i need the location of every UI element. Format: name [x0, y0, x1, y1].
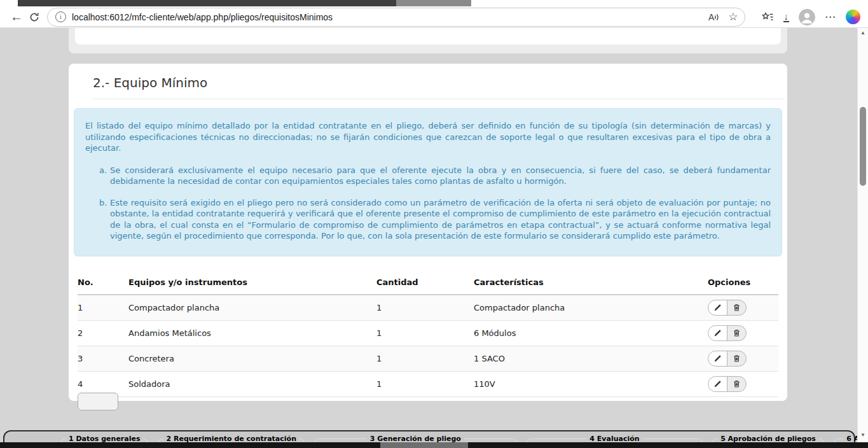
cell-cantidad: 1: [376, 354, 474, 363]
cell-equipo: Soldadora: [128, 379, 376, 389]
info-item-b-text: Este requisito será exigido en el pliego…: [110, 197, 771, 242]
row-actions: [708, 325, 747, 341]
collections-glyph: [761, 11, 774, 23]
vertical-scrollbar[interactable]: ▲ ▼: [857, 28, 868, 442]
avatar-glyph: [799, 9, 815, 25]
cell-equipo: Compactador plancha: [128, 303, 376, 312]
previous-section-card-cutoff: [69, 28, 787, 53]
cell-no: 4: [78, 379, 128, 389]
cutoff-button[interactable]: [78, 393, 118, 410]
step-legend: 3 Generación de pliego: [367, 435, 464, 443]
delete-button[interactable]: [727, 376, 747, 392]
equipment-table: No. Equipos y/o instrumentos Cantidad Ca…: [78, 272, 778, 397]
step-legend: 2 Requerimiento de contratación: [163, 435, 299, 443]
previous-section-inner-box: [75, 28, 781, 45]
cell-no: 1: [78, 303, 128, 312]
edit-button[interactable]: [708, 376, 727, 392]
edit-button[interactable]: [708, 351, 727, 367]
header-equipos: Equipos y/o instrumentos: [128, 277, 376, 287]
cell-equipo: Concretera: [128, 354, 376, 363]
cell-opciones: [703, 376, 778, 392]
read-aloud-icon[interactable]: A: [708, 12, 719, 22]
cell-cantidad: 1: [376, 303, 474, 312]
info-list: a. Se considerará exclusivamente el equi…: [99, 165, 771, 242]
table-row: 4 Soldadora 1 110V: [78, 372, 778, 397]
equipo-minimo-card: 2.- Equipo Mínimo El listado del equipo …: [69, 64, 787, 401]
step-legend: 5 Aprobación de pliegos: [717, 435, 819, 443]
step-group-generacion-pliego: 3 Generación de pliego Condiciones parti…: [314, 435, 517, 443]
cell-opciones: [703, 351, 778, 367]
back-icon[interactable]: ←: [8, 8, 25, 26]
site-info-icon[interactable]: i: [55, 11, 66, 22]
pencil-icon: [713, 380, 722, 388]
delete-button[interactable]: [727, 300, 747, 316]
address-bar[interactable]: i localhost:6012/mfc-cliente/web/app.php…: [47, 8, 745, 27]
info-item-b-marker: b.: [99, 197, 110, 242]
collections-icon[interactable]: [761, 11, 774, 23]
pencil-icon: [713, 304, 722, 312]
row-actions: [708, 376, 747, 392]
pencil-icon: [713, 329, 722, 337]
trash-icon: [733, 304, 741, 312]
info-intro: El listado del equipo mínimo detallado p…: [85, 120, 771, 154]
row-actions: [708, 300, 747, 316]
step-legend: 4 Evaluación: [586, 435, 642, 443]
browser-window: ← i localhost:6012/mfc-cliente/web/app.p…: [0, 0, 868, 448]
taskbar-segment: [380, 442, 468, 448]
header-cantidad: Cantidad: [376, 277, 474, 287]
info-item-b: b. Este requisito será exigido en el pli…: [99, 197, 771, 242]
delete-button[interactable]: [727, 351, 747, 367]
cell-no: 3: [78, 354, 128, 363]
step-legend: 1 Datos generales: [65, 435, 143, 443]
edit-button[interactable]: [708, 300, 727, 316]
copilot-logo: [846, 10, 860, 24]
favorite-star-icon[interactable]: ☆: [728, 10, 738, 24]
edit-button[interactable]: [708, 325, 727, 341]
download-icon[interactable]: ↓: [783, 12, 790, 22]
scrollbar-thumb[interactable]: [860, 107, 866, 186]
cell-cantidad: 1: [376, 379, 474, 389]
tab-strip: [0, 0, 868, 6]
copilot-icon[interactable]: [846, 10, 860, 24]
delete-button[interactable]: [727, 325, 747, 341]
refresh-icon[interactable]: [25, 8, 43, 26]
active-tab-edge[interactable]: [396, 0, 471, 6]
taskbar-edge: [0, 442, 868, 448]
row-actions: [708, 351, 747, 367]
url-text[interactable]: localhost:6012/mfc-cliente/web/app.php/p…: [72, 12, 699, 22]
section-title: 2.- Equipo Mínimo: [93, 75, 785, 99]
read-aloud-waves: [714, 13, 719, 22]
trash-icon: [733, 329, 741, 337]
table-row: 1 Compactador plancha 1 Compactador plan…: [78, 295, 778, 321]
header-caracteristicas: Características: [474, 277, 703, 287]
header-opciones: Opciones: [703, 277, 778, 287]
page-background: 2.- Equipo Mínimo El listado del equipo …: [0, 28, 868, 442]
cell-opciones: [703, 325, 778, 341]
scroll-up-icon[interactable]: ▲: [858, 30, 868, 36]
info-item-a: a. Se considerará exclusivamente el equi…: [99, 165, 771, 187]
cell-no: 2: [78, 328, 128, 338]
step-group-datos-generales: 1 Datos generales Datos: [60, 435, 148, 443]
step-group-aprobacion: 5 Aprobación de pliegos Validación: [712, 435, 824, 443]
info-item-a-text: Se considerará exclusivamente el equipo …: [110, 165, 771, 187]
tab-strip-dark-segment[interactable]: [18, 0, 396, 6]
refresh-glyph: [29, 11, 40, 23]
step-group-requerimiento: 2 Requerimiento de contratación Presupue…: [158, 435, 304, 443]
cell-caracteristicas: 6 Módulos: [474, 328, 703, 338]
info-item-a-marker: a.: [99, 165, 110, 187]
table-row: 3 Concretera 1 1 SACO: [78, 346, 778, 372]
scroll-down-icon[interactable]: ▼: [858, 432, 868, 438]
profile-avatar[interactable]: [799, 9, 815, 25]
cell-cantidad: 1: [376, 328, 474, 338]
avatar-icon: [799, 9, 815, 25]
more-menu-icon[interactable]: ⋯: [825, 10, 836, 24]
cell-caracteristicas: Compactador plancha: [474, 303, 703, 312]
table-row: 2 Andamios Metálicos 1 6 Módulos: [78, 321, 778, 346]
info-box: El listado del equipo mínimo detallado p…: [74, 108, 782, 256]
header-no: No.: [78, 277, 128, 287]
table-header-row: No. Equipos y/o instrumentos Cantidad Ca…: [78, 272, 778, 295]
wizard-step-bar: 1 Datos generales Datos 2 Requerimiento …: [3, 430, 855, 442]
trash-icon: [733, 380, 741, 388]
trash-icon: [733, 354, 741, 363]
step-group-evaluacion: 4 Evaluación Requisitos mínimos Por punt…: [527, 435, 703, 443]
